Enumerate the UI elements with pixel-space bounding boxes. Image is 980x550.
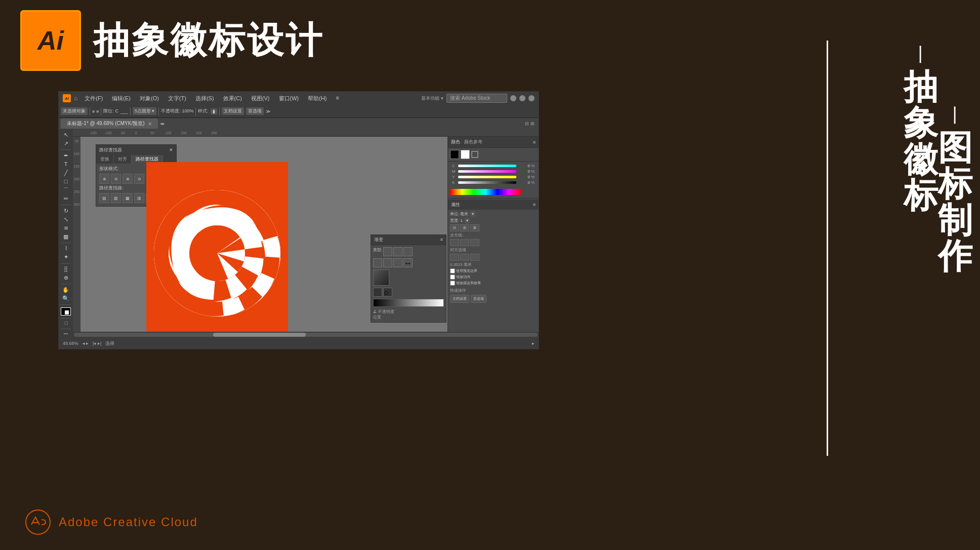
artboard-area: 路径查找器 ✕ 变换 对齐 路径查找器 形状模式: 广展	[80, 137, 539, 332]
zoom-tool[interactable]: 🔍	[60, 295, 71, 302]
preview-edge-checkbox[interactable]	[450, 268, 455, 273]
gradient-freeform-btn[interactable]	[403, 247, 413, 256]
fill-stroke-icon[interactable]	[61, 307, 71, 316]
window-minimize[interactable]	[510, 95, 516, 101]
arrange-toggle[interactable]: ⊟ ⊞	[525, 121, 535, 126]
zoom-display[interactable]: 49.68%	[63, 341, 78, 346]
tab-align[interactable]: 对齐	[114, 155, 132, 164]
k-track[interactable]	[458, 181, 516, 184]
pathfinder-close[interactable]: ✕	[169, 147, 173, 152]
corner-input[interactable]: ___	[120, 109, 128, 114]
line-tool[interactable]: ╱	[60, 169, 71, 177]
crop-icon[interactable]: ▥	[134, 193, 144, 203]
doc-settings-btn[interactable]: 文档设置	[222, 107, 244, 115]
divide-icon[interactable]: ▨	[99, 193, 109, 203]
scale-tool[interactable]: ⤡	[60, 216, 71, 223]
none-swatch[interactable]	[471, 151, 478, 158]
scroll-right[interactable]: ▸	[162, 121, 165, 126]
step-icon3[interactable]	[470, 239, 479, 246]
window-close[interactable]	[528, 95, 535, 101]
doc-settings-quick-btn[interactable]: 文档设置	[450, 295, 469, 303]
gradient-opt1[interactable]	[373, 258, 382, 267]
window-maximize[interactable]	[519, 95, 525, 101]
paintbrush-tool[interactable]: ⌒	[60, 186, 71, 194]
menu-window[interactable]: 窗口(W)	[277, 94, 301, 103]
gradient-stop-icon2[interactable]: ○	[383, 288, 392, 297]
minus-front-icon[interactable]: ⊖	[111, 174, 121, 184]
more-tools[interactable]: •••	[64, 331, 68, 336]
menu-effect[interactable]: 效果(C)	[221, 94, 244, 103]
y-track[interactable]	[458, 176, 516, 178]
width-dropdown[interactable]: ▾	[465, 218, 470, 223]
c-track[interactable]	[458, 165, 516, 167]
pencil-tool[interactable]: ✏	[60, 195, 71, 203]
text-tool[interactable]: T	[60, 161, 71, 168]
step-icon1[interactable]	[450, 239, 459, 246]
color-ref-title: 颜色参考	[464, 139, 482, 145]
screen-mode[interactable]: ☐	[59, 320, 73, 327]
symbol-tool[interactable]: ✦	[60, 253, 71, 261]
gradient-reverse-btn[interactable]: ↔	[403, 258, 413, 267]
exclude-icon[interactable]: ⊘	[134, 174, 144, 184]
menu-edit[interactable]: 编辑(E)	[110, 94, 133, 103]
gradient-radial-btn[interactable]	[393, 247, 402, 256]
menu-help[interactable]: 帮助(H)	[306, 94, 329, 103]
color-spectrum-bar[interactable]	[450, 189, 521, 195]
prefs-quick-btn[interactable]: 首选项	[471, 295, 486, 303]
hand-tool[interactable]: ✋	[60, 286, 71, 294]
gradient-bar[interactable]	[373, 299, 444, 307]
gradient-linear-btn[interactable]	[383, 247, 392, 256]
stroke-swatch-color[interactable]	[461, 150, 470, 159]
pen-tool[interactable]: ✒	[60, 152, 71, 160]
align-opt-icon2[interactable]	[460, 254, 469, 261]
menu-file[interactable]: 文件(F)	[83, 94, 105, 103]
unite-icon[interactable]: ⊕	[99, 174, 109, 184]
menu-select[interactable]: 选择(S)	[193, 94, 216, 103]
align-icon3[interactable]: ⊠	[470, 224, 479, 231]
h-scroll-thumb[interactable]	[213, 333, 306, 337]
graph-tool[interactable]: ▦	[60, 233, 71, 241]
fill-swatch[interactable]	[450, 150, 459, 159]
menu-extra[interactable]: ≡	[334, 94, 341, 103]
blend-tool[interactable]: ⌇	[60, 245, 71, 252]
trim-icon[interactable]: ▧	[111, 193, 121, 203]
m-track[interactable]	[458, 170, 516, 173]
align-icon1[interactable]: ⊟	[450, 224, 459, 231]
statusbar-right-arrow[interactable]: ▸	[532, 341, 535, 346]
step-icon2[interactable]	[460, 239, 469, 246]
rotate-tool[interactable]: ↻	[60, 207, 71, 215]
color-panel-menu[interactable]: ≡	[533, 140, 536, 145]
doc-tab-close[interactable]: ✕	[148, 121, 152, 127]
prefs-btn[interactable]: 首选项	[246, 107, 264, 115]
gradient-opt2[interactable]	[383, 258, 392, 267]
warp-tool[interactable]: ≋	[60, 224, 71, 232]
align-icon2[interactable]: ⊞	[460, 224, 469, 231]
toolbar-more[interactable]: ≫	[266, 109, 270, 114]
slice-tool[interactable]: ⊕	[60, 274, 71, 282]
statusbar-arrows[interactable]: ◂ ▸	[83, 341, 89, 346]
menu-text[interactable]: 文字(T)	[166, 94, 188, 103]
gradient-opt3[interactable]	[393, 258, 402, 267]
direct-select-tool[interactable]: ↗	[60, 140, 71, 147]
column-graph-tool[interactable]: ⣿	[60, 265, 71, 273]
stroke-panel-menu[interactable]: ≡	[440, 237, 443, 242]
color-spectrum-area	[448, 187, 539, 197]
intersect-icon[interactable]: ⊗	[123, 174, 133, 184]
snap-effect-checkbox[interactable]	[450, 281, 455, 286]
rect-tool[interactable]: □	[60, 178, 71, 185]
tab-transform[interactable]: 变换	[96, 155, 114, 164]
document-tab[interactable]: 未标题-1* @ 49.68% (CMYK/预览) ✕	[61, 119, 158, 129]
properties-menu[interactable]: ≡	[533, 202, 536, 207]
gradient-stop-icon1[interactable]	[373, 288, 382, 297]
align-opt-icon1[interactable]	[450, 254, 459, 261]
unit-dropdown[interactable]: ▾	[470, 211, 475, 217]
h-scrollbar[interactable]	[73, 332, 539, 338]
adobe-stock-search[interactable]: 搜索 Adobe Stock	[446, 94, 507, 103]
home-icon[interactable]: ⌂	[74, 95, 77, 102]
snap-checkbox[interactable]	[450, 274, 455, 280]
menu-view[interactable]: 视图(V)	[249, 94, 272, 103]
merge-icon[interactable]: ▩	[123, 193, 133, 203]
menu-object[interactable]: 对象(O)	[138, 94, 161, 103]
selection-tool[interactable]: ↖	[60, 131, 71, 139]
align-opt-icon3[interactable]	[470, 254, 479, 261]
